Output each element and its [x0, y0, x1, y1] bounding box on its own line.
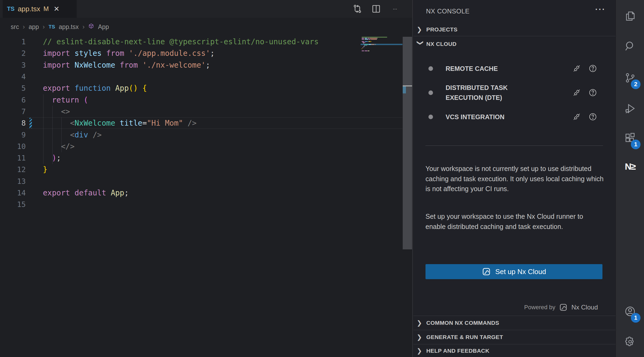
code-line-12[interactable]: 12} [0, 164, 402, 175]
code-editor[interactable]: 1// eslint-disable-next-line @typescript… [0, 36, 402, 357]
activity-nx-console-icon[interactable]: N≥ [616, 154, 644, 179]
cloud-item-vcs-integration[interactable]: VCS INTEGRATION [413, 110, 616, 124]
breadcrumb-separator: › [43, 23, 45, 31]
setup-nx-cloud-button[interactable]: Set up Nx Cloud [425, 264, 602, 279]
breadcrumb-app[interactable]: app [29, 23, 39, 31]
section-label: HELP AND FEEDBACK [426, 348, 489, 354]
line-number: 7 [0, 107, 26, 116]
section-projects[interactable]: ❯ PROJECTS [413, 23, 616, 36]
code-line-10[interactable]: 10 </> [0, 141, 402, 152]
code-text: // eslint-disable-next-line @typescript-… [43, 37, 319, 46]
divider [425, 145, 603, 146]
help-icon[interactable] [588, 88, 597, 97]
minimap[interactable] [361, 36, 402, 55]
connect-icon[interactable] [572, 112, 581, 121]
breadcrumb-symbol-app[interactable]: App [98, 23, 109, 31]
code-line-6[interactable]: 6 return ( [0, 94, 402, 105]
code-line-13[interactable]: 13 [0, 176, 402, 187]
cloud-item-remote-cache[interactable]: REMOTE CACHE [413, 61, 616, 76]
open-changes-icon[interactable] [352, 3, 363, 14]
line-number: 9 [0, 131, 26, 139]
line-number: 12 [0, 165, 26, 174]
workspace-status-text: Your workspace is not currently set up t… [425, 164, 605, 194]
minimap-line [369, 38, 377, 39]
minimap-line [362, 39, 364, 40]
chevron-right-icon: ❯ [417, 347, 426, 355]
code-text: } [43, 165, 47, 174]
activity-explorer-icon[interactable] [616, 3, 644, 29]
editor-actions: ⋯ [352, 0, 400, 18]
line-number: 13 [0, 177, 26, 185]
code-line-9[interactable]: 9 <div /> [0, 129, 402, 140]
help-icon[interactable] [588, 64, 597, 73]
nx-console-logo: N≥ [625, 161, 635, 172]
section-label: GENERATE & RUN TARGET [426, 334, 503, 340]
minimap-line [363, 46, 365, 47]
powered-by: Powered by Nx Cloud [524, 302, 598, 312]
line-number: 14 [0, 189, 26, 197]
minimap-line [365, 41, 368, 42]
editor-scrollbar[interactable] [403, 37, 412, 249]
section-projects-label: PROJECTS [426, 26, 457, 33]
line-number: 10 [0, 142, 26, 151]
section-help-and-feedback[interactable]: ❯ HELP AND FEEDBACK [413, 344, 616, 357]
activity-source-control-icon[interactable]: 2 [616, 65, 644, 91]
split-editor-icon[interactable] [371, 3, 382, 14]
symbol-cube-icon [88, 23, 94, 31]
status-dot [428, 90, 433, 95]
line-number: 15 [0, 200, 26, 209]
section-nx-cloud[interactable]: ❯ NX CLOUD [413, 37, 616, 52]
badge-count: 1 [631, 313, 641, 323]
minimap-line [369, 39, 370, 40]
code-line-1[interactable]: 1// eslint-disable-next-line @typescript… [0, 36, 402, 48]
tab-app-tsx[interactable]: TS app.tsx M ✕ [3, 0, 77, 18]
code-line-14[interactable]: 14export default App; [0, 187, 402, 199]
section-generate-run-target[interactable]: ❯ GENERATE & RUN TARGET [413, 330, 616, 344]
activity-bar: 2 1N≥ 1 [616, 0, 644, 357]
code-line-5[interactable]: 5export function App() { [0, 82, 402, 94]
activity-settings-icon[interactable] [616, 329, 644, 355]
code-line-11[interactable]: 11 ); [0, 152, 402, 164]
close-tab-icon[interactable]: ✕ [54, 5, 60, 13]
code-text: <> [43, 107, 70, 116]
chevron-right-icon: ❯ [417, 26, 426, 33]
cloud-item-distributed-task-execution-dte-[interactable]: DISTRIBUTED TASK EXECUTION (DTE) [413, 81, 616, 105]
code-line-8[interactable]: 8 <NxWelcome title="Hi Mom" /> [0, 117, 402, 129]
minimap-line [366, 45, 367, 46]
code-text: ); [43, 154, 61, 162]
tab-bar: TS app.tsx M ✕ ⋯ [0, 0, 412, 18]
minimap-line [377, 38, 377, 39]
setup-hint-text: Set up your workspace to use the Nx Clou… [425, 212, 605, 232]
nx-cloud-icon [482, 267, 491, 276]
code-line-7[interactable]: 7 <> [0, 106, 402, 117]
sidebar-more-actions-icon[interactable]: ··· [595, 5, 606, 14]
code-text: return ( [43, 96, 88, 104]
breadcrumb-src[interactable]: src [11, 23, 19, 31]
line-number: 6 [0, 96, 26, 104]
breadcrumb-file[interactable]: app.tsx [59, 23, 79, 31]
connect-icon[interactable] [572, 88, 581, 97]
minimap-line [369, 50, 370, 51]
gutter-modified-indicator [29, 118, 32, 128]
code-line-2[interactable]: 2import styles from './app.module.css'; [0, 48, 402, 59]
more-actions-icon[interactable]: ⋯ [390, 3, 400, 14]
connect-icon[interactable] [572, 64, 581, 73]
vscode-window: TS app.tsx M ✕ ⋯ [0, 0, 644, 357]
code-line-4[interactable]: 4 [0, 71, 402, 82]
help-icon[interactable] [588, 112, 597, 121]
badge-count: 1 [631, 140, 641, 149]
code-line-3[interactable]: 3import NxWelcome from './nx-welcome'; [0, 59, 402, 71]
section-common-nx-commands[interactable]: ❯ COMMON NX COMMANDS [413, 316, 616, 330]
minimap-line [369, 44, 371, 45]
line-number: 1 [0, 38, 26, 46]
activity-search-icon[interactable] [616, 33, 644, 59]
overview-ruler-modified-marker [403, 86, 406, 93]
activity-extensions-icon[interactable]: 1 [616, 125, 644, 151]
code-line-15[interactable]: 15 [0, 199, 402, 210]
tab-label: app.tsx [18, 5, 40, 13]
code-text: export default App; [43, 188, 129, 197]
line-number: 3 [0, 61, 26, 69]
activity-run-debug-icon[interactable] [616, 96, 644, 121]
chevron-right-icon: ❯ [417, 333, 426, 341]
activity-accounts-icon[interactable]: 1 [616, 298, 644, 324]
